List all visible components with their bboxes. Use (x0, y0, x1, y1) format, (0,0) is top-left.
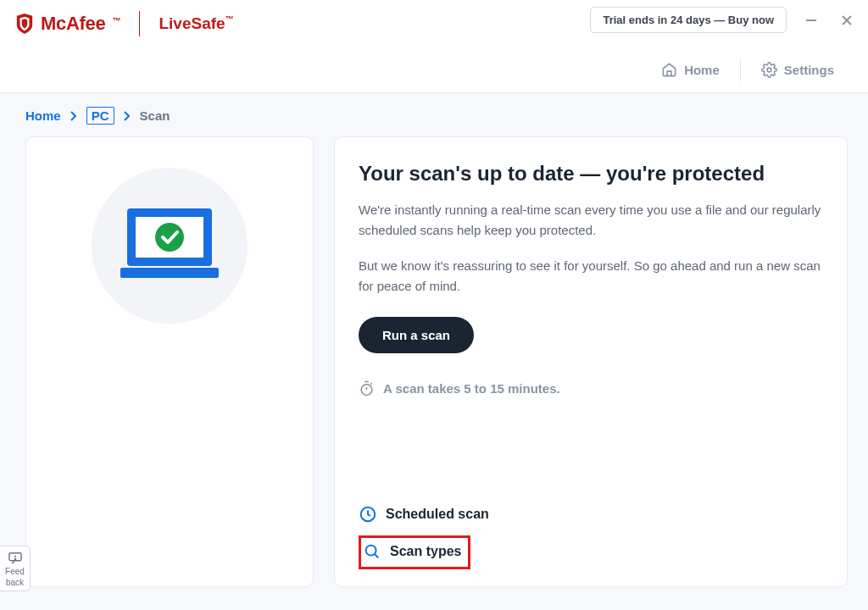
feedback-icon (8, 552, 23, 565)
minimize-button[interactable] (800, 9, 822, 31)
feedback-line2: back (6, 578, 24, 587)
stopwatch-icon (359, 380, 375, 396)
run-scan-button[interactable]: Run a scan (359, 317, 474, 353)
brand: McAfee ™ LiveSafe™ (15, 11, 234, 36)
home-icon (661, 62, 677, 78)
nav-settings-label: Settings (784, 63, 834, 77)
menu-divider (740, 59, 741, 81)
gear-icon (761, 62, 777, 78)
chevron-right-icon (123, 111, 131, 121)
brand-divider (139, 11, 140, 36)
menu-bar: Home Settings (0, 47, 868, 93)
description-1: We're instantly running a real-time scan… (359, 200, 823, 241)
scan-card: Your scan's up to date — you're protecte… (334, 136, 848, 587)
nav-home[interactable]: Home (646, 62, 735, 78)
breadcrumb-pc[interactable]: PC (86, 107, 114, 125)
feedback-tab[interactable]: Feed back (0, 546, 31, 591)
scheduled-scan-link[interactable]: Scheduled scan (359, 502, 823, 527)
breadcrumb: Home PC Scan (0, 93, 868, 136)
svg-point-13 (14, 558, 15, 559)
footer-links: Scheduled scan Scan types (359, 502, 823, 569)
close-icon (839, 13, 854, 28)
scan-duration-text: A scan takes 5 to 15 minutes. (383, 381, 560, 396)
minimize-icon (804, 13, 819, 28)
feedback-line1: Feed (5, 567, 25, 576)
page-heading: Your scan's up to date — you're protecte… (359, 161, 823, 186)
trial-buy-button[interactable]: Trial ends in 24 days — Buy now (590, 7, 787, 33)
illustration-card (25, 136, 314, 587)
product-name: LiveSafe™ (159, 14, 233, 33)
laptop-protected-icon (119, 203, 220, 288)
breadcrumb-current: Scan (140, 108, 170, 123)
title-bar: McAfee ™ LiveSafe™ Trial ends in 24 days… (0, 0, 868, 47)
brand-name: McAfee (41, 13, 105, 35)
nav-home-label: Home (684, 63, 720, 77)
clock-icon (359, 505, 377, 524)
highlight-box: Scan types (359, 535, 470, 569)
search-icon (363, 542, 381, 561)
hero-circle (92, 168, 248, 324)
chevron-right-icon (70, 111, 78, 121)
breadcrumb-home[interactable]: Home (25, 108, 61, 123)
content-area: Your scan's up to date — you're protecte… (0, 136, 868, 607)
svg-point-7 (155, 223, 184, 252)
svg-rect-6 (120, 268, 219, 278)
svg-point-10 (366, 546, 376, 556)
scan-duration-note: A scan takes 5 to 15 minutes. (359, 380, 823, 396)
svg-point-3 (767, 68, 771, 72)
close-button[interactable] (836, 9, 858, 31)
scheduled-scan-label: Scheduled scan (386, 507, 489, 522)
description-2: But we know it's reassuring to see it fo… (359, 256, 823, 297)
nav-settings[interactable]: Settings (746, 62, 849, 78)
brand-trademark: ™ (112, 16, 120, 25)
scan-types-link[interactable]: Scan types (363, 539, 461, 564)
mcafee-shield-icon (15, 14, 34, 34)
scan-types-label: Scan types (390, 544, 461, 559)
